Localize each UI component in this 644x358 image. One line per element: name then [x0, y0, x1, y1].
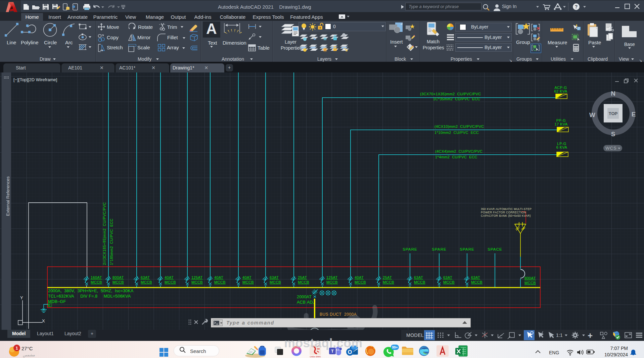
svg-text:99+: 99+	[392, 346, 398, 349]
svg-text:40AT: 40AT	[165, 275, 174, 279]
svg-text:E: E	[632, 111, 636, 118]
svg-text:1: 1	[16, 346, 18, 351]
svg-text:17 KVA: 17 KVA	[555, 122, 568, 126]
svg-text:63AT: 63AT	[414, 275, 423, 279]
svg-text:62 KVA: 62 KVA	[554, 89, 567, 93]
svg-text:MCCB: MCCB	[383, 280, 394, 284]
svg-text:1*10mm2 CU/PVC ECC: 1*10mm2 CU/PVC ECC	[434, 131, 479, 135]
svg-text:(4CX4)mm2 CU/PVC/PVC: (4CX4)mm2 CU/PVC/PVC	[435, 149, 482, 153]
svg-text:CADe-SIMU: CADe-SIMU	[310, 356, 321, 358]
svg-text:MCCB: MCCB	[326, 280, 338, 284]
svg-text:MCCB: MCCB	[214, 280, 226, 284]
svg-text:40AT: 40AT	[355, 275, 364, 279]
svg-text:E: E	[48, 304, 50, 307]
svg-text:ACB ADJ: ACB ADJ	[297, 300, 315, 305]
svg-text:SPARE: SPARE	[432, 247, 447, 251]
svg-text:MCCB: MCCB	[191, 280, 203, 284]
svg-text:125AT: 125AT	[191, 275, 203, 279]
svg-text:25AT: 25AT	[383, 275, 392, 279]
svg-text:2000A, 380V, 3PH+N+E, 50HZ,: 2000A, 380V, 3PH+N+E, 50HZ, Isc=30KA	[48, 289, 134, 293]
svg-text:63AT: 63AT	[443, 275, 452, 279]
svg-text:40AT: 40AT	[214, 275, 223, 279]
svg-text:800AT: 800AT	[112, 275, 124, 279]
svg-text:[−][Top][2D Wireframe]: [−][Top][2D Wireframe]	[13, 77, 57, 82]
svg-text:40AT: 40AT	[242, 275, 251, 279]
svg-text:SPARE: SPARE	[403, 247, 417, 251]
svg-text:MCCB: MCCB	[414, 280, 425, 284]
svg-text:6 KVA: 6 KVA	[556, 145, 567, 149]
svg-text:S: S	[611, 131, 615, 138]
svg-text:1C*35mm2 CU/PVC ECC: 1C*35mm2 CU/PVC ECC	[433, 97, 480, 101]
svg-text:MCCB: MCCB	[141, 280, 152, 284]
svg-text:2000AT: 2000AT	[297, 295, 312, 299]
svg-text:(3CX70+1X35)mm2 CU/PVC/PVC: (3CX70+1X35)mm2 CU/PVC/PVC	[420, 92, 481, 96]
svg-text:MCCB: MCCB	[355, 280, 366, 284]
svg-text:?: ?	[575, 4, 578, 9]
svg-text:160AT: 160AT	[91, 275, 102, 279]
svg-text:MCCB: MCCB	[91, 280, 102, 284]
svg-text:MCCB: MCCB	[165, 280, 176, 284]
svg-text:N: N	[611, 90, 615, 97]
svg-text:63AT: 63AT	[141, 275, 150, 279]
svg-text:25AT: 25AT	[298, 275, 307, 279]
svg-text:W: W	[589, 111, 595, 118]
svg-text:MCCB: MCCB	[443, 280, 455, 284]
svg-text:MCCB: MCCB	[270, 280, 281, 284]
svg-text:SPARE: SPARE	[460, 247, 474, 251]
svg-text:MCCB: MCCB	[112, 280, 124, 284]
svg-text:63AT: 63AT	[270, 275, 279, 279]
svg-text:TOP: TOP	[609, 111, 618, 116]
svg-text:MCCB: MCCB	[471, 280, 482, 284]
svg-text:Y: Y	[20, 295, 23, 300]
svg-text:1*4mm2 CU/PVC ECC: 1*4mm2 CU/PVC ECC	[435, 155, 477, 159]
svg-text:MCCB: MCCB	[524, 281, 536, 285]
svg-text:125AT: 125AT	[326, 275, 338, 279]
svg-text:(4CX10)mm2 CU/PVC/PVC: (4CX10)mm2 CU/PVC/PVC	[434, 124, 484, 129]
svg-text:350 KVAR AUTOMATIC MULTI-STEP: 350 KVAR AUTOMATIC MULTI-STEP	[481, 207, 532, 211]
svg-text:SPACE: SPACE	[488, 247, 502, 251]
svg-text:MCCB: MCCB	[298, 280, 309, 284]
svg-text:X: X	[42, 318, 45, 323]
svg-text:2//(3CX185+95)mm2 CU/PVC/PVC: 2//(3CX185+95)mm2 CU/PVC/PVC	[102, 202, 106, 265]
svg-text:1*185mm2 CU/PVC ECC: 1*185mm2 CU/PVC ECC	[109, 218, 113, 265]
svg-text:WCS: WCS	[605, 146, 616, 151]
svg-text:63AT: 63AT	[471, 275, 480, 279]
svg-text:800AT: 800AT	[524, 276, 536, 280]
svg-text:TCL=632KVA DIV F=.8 MD: TCL=632KVA DIV F=.8 MDL=506KVA	[48, 294, 131, 299]
svg-text:POWER FACTOR CORRECTION: POWER FACTOR CORRECTION	[481, 211, 526, 214]
svg-text:CAPACITOR BANK (50+6x50 KVAR): CAPACITOR BANK (50+6x50 KVAR)	[481, 214, 531, 217]
svg-text:MCCB: MCCB	[242, 280, 254, 284]
